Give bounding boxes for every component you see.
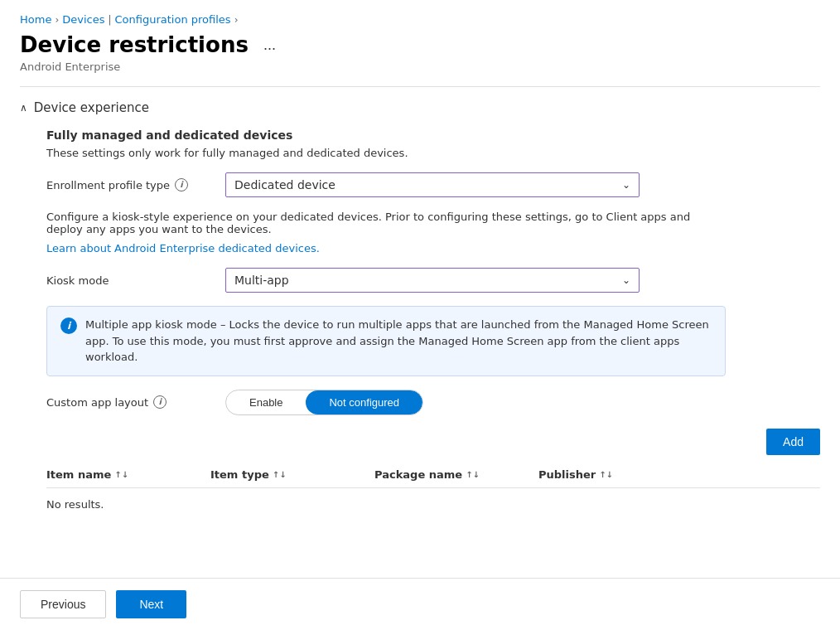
toggle-not-configured[interactable]: Not configured — [306, 390, 422, 414]
subsection-description: These settings only work for fully manag… — [46, 147, 820, 159]
sort-icon-package-name[interactable]: ↑↓ — [466, 470, 480, 479]
info-box: i Multiple app kiosk mode – Locks the de… — [46, 306, 726, 376]
breadcrumb-config-profiles[interactable]: Configuration profiles — [114, 13, 230, 26]
table-section: Add Item name ↑↓ Item type ↑↓ Package na… — [46, 429, 820, 521]
custom-app-layout-row: Custom app layout i Enable Not configure… — [46, 390, 820, 415]
sort-icon-item-type[interactable]: ↑↓ — [273, 470, 287, 479]
next-button[interactable]: Next — [116, 590, 186, 618]
breadcrumb: Home › Devices | Configuration profiles … — [20, 13, 820, 26]
kiosk-mode-row: Kiosk mode Multi-app ⌄ — [46, 268, 820, 293]
custom-app-layout-toggle: Enable Not configured — [225, 390, 423, 415]
ellipsis-button[interactable]: ... — [258, 35, 281, 56]
previous-button[interactable]: Previous — [20, 590, 106, 618]
section-title: Device experience — [34, 100, 149, 115]
info-box-text: Multiple app kiosk mode – Locks the devi… — [85, 317, 712, 366]
toggle-enable[interactable]: Enable — [226, 390, 306, 414]
col-publisher: Publisher ↑↓ — [538, 468, 696, 481]
kiosk-mode-label: Kiosk mode — [46, 274, 212, 287]
toggle-group[interactable]: Enable Not configured — [225, 390, 423, 415]
col-item-name: Item name ↑↓ — [46, 468, 204, 481]
kiosk-mode-value: Multi-app — [234, 274, 289, 287]
breadcrumb-sep1: › — [55, 14, 59, 26]
enrollment-profile-info-icon[interactable]: i — [175, 178, 188, 191]
title-divider — [20, 86, 820, 87]
kiosk-mode-select[interactable]: Multi-app ⌄ — [225, 268, 640, 293]
subsection-title: Fully managed and dedicated devices — [46, 128, 820, 142]
table-header: Item name ↑↓ Item type ↑↓ Package name ↑… — [46, 462, 820, 488]
section-header[interactable]: ∧ Device experience — [20, 100, 820, 115]
chevron-up-icon: ∧ — [20, 102, 27, 114]
breadcrumb-sep3: › — [234, 14, 239, 26]
page-title-row: Device restrictions ... — [20, 32, 820, 57]
add-btn-container: Add — [46, 429, 820, 455]
enrollment-profile-row: Enrollment profile type i Dedicated devi… — [46, 172, 820, 197]
custom-app-layout-info-icon[interactable]: i — [153, 395, 167, 409]
enrollment-profile-value: Dedicated device — [234, 178, 336, 191]
col-item-type: Item type ↑↓ — [210, 468, 368, 481]
enrollment-profile-select[interactable]: Dedicated device ⌄ — [225, 172, 640, 197]
subsection: Fully managed and dedicated devices Thes… — [20, 128, 820, 521]
sort-icon-publisher[interactable]: ↑↓ — [599, 470, 613, 479]
no-results-text: No results. — [46, 488, 820, 521]
page-title: Device restrictions — [20, 32, 249, 57]
kiosk-chevron-down-icon: ⌄ — [622, 274, 630, 286]
bottom-bar: Previous Next — [0, 578, 840, 630]
breadcrumb-devices[interactable]: Devices — [62, 13, 104, 26]
chevron-down-icon: ⌄ — [622, 179, 630, 191]
col-package-name: Package name ↑↓ — [374, 468, 532, 481]
info-box-icon: i — [60, 317, 77, 334]
enrollment-profile-label: Enrollment profile type i — [46, 178, 212, 191]
page-subtitle: Android Enterprise — [20, 61, 820, 73]
custom-app-layout-label: Custom app layout i — [46, 395, 212, 409]
breadcrumb-sep2: | — [108, 14, 111, 26]
sort-icon-item-name[interactable]: ↑↓ — [114, 470, 128, 479]
breadcrumb-home[interactable]: Home — [20, 13, 51, 26]
add-button[interactable]: Add — [766, 429, 820, 455]
learn-link[interactable]: Learn about Android Enterprise dedicated… — [46, 242, 820, 254]
kiosk-info-paragraph: Configure a kiosk-style experience on yo… — [46, 211, 726, 235]
